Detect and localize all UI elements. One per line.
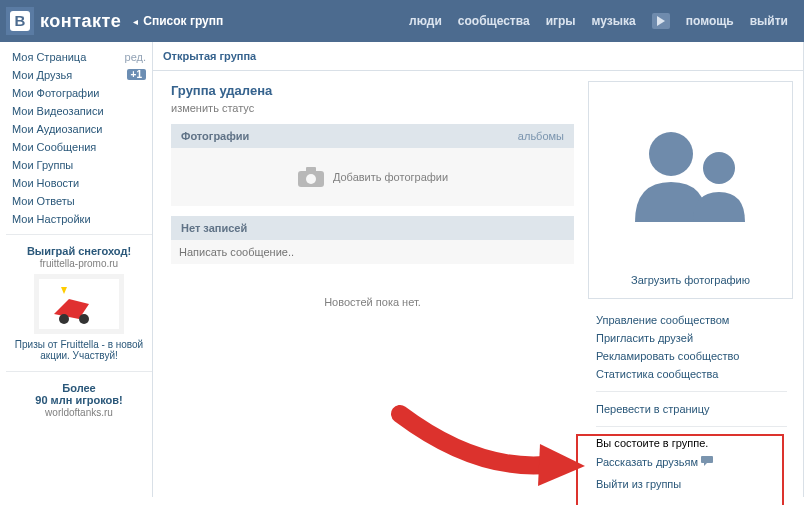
membership-label: Вы состоите в группе. <box>596 435 787 453</box>
nav-people[interactable]: люди <box>409 14 442 28</box>
sidebar-item-photos[interactable]: Мои Фотографии <box>6 84 152 102</box>
sidebar-item-videos[interactable]: Мои Видеозаписи <box>6 102 152 120</box>
sidebar-item-answers[interactable]: Мои Ответы <box>6 192 152 210</box>
tell-friends-link[interactable]: Рассказать друзьям <box>596 453 787 471</box>
vk-logo[interactable]: B <box>6 7 34 35</box>
ad-block-2[interactable]: Более 90 млн игроков! worldoftanks.ru <box>6 378 152 422</box>
group-avatar: Загрузить фотографию <box>588 81 793 299</box>
play-icon[interactable] <box>652 13 670 29</box>
nav-games[interactable]: игры <box>546 14 576 28</box>
add-photos-label: Добавить фотографии <box>333 171 448 183</box>
ad1-domain: fruittella-promo.ru <box>12 258 146 269</box>
convert-to-page-link[interactable]: Перевести в страницу <box>596 400 787 418</box>
post-input[interactable] <box>171 240 574 264</box>
top-bar: B контакте ◂ Список групп люди сообществ… <box>0 0 804 42</box>
sidebar-item-news[interactable]: Мои Новости <box>6 174 152 192</box>
ad2-title: Более <box>12 382 146 394</box>
advertise-link[interactable]: Рекламировать сообщество <box>596 347 787 365</box>
photos-section: Фотографии альбомы Добавить фотографии <box>171 124 574 206</box>
svg-rect-10 <box>701 456 713 463</box>
posts-section: Нет записей <box>171 216 574 264</box>
leave-group-link[interactable]: Выйти из группы <box>596 475 787 493</box>
ad1-text: Призы от Fruittella - в новой акции. Уча… <box>12 339 146 361</box>
svg-point-7 <box>306 174 316 184</box>
back-chevron-icon[interactable]: ◂ <box>133 16 138 27</box>
ad1-image <box>34 274 124 334</box>
sidebar-item-settings[interactable]: Мои Настройки <box>6 210 152 228</box>
upload-photo-link[interactable]: Загрузить фотографию <box>631 264 750 298</box>
speech-bubble-icon <box>701 456 713 466</box>
sidebar-item-mypage[interactable]: Моя Страницаред. <box>6 48 152 66</box>
right-panel: Загрузить фотографию Управление сообщест… <box>588 81 793 497</box>
sidebar-item-messages[interactable]: Мои Сообщения <box>6 138 152 156</box>
nav-logout[interactable]: выйти <box>750 14 788 28</box>
friends-badge: +1 <box>127 69 146 80</box>
ad2-domain: worldoftanks.ru <box>12 407 146 418</box>
page-header: Открытая группа <box>153 42 803 70</box>
sidebar-item-friends[interactable]: Мои Друзья+1 <box>6 66 152 84</box>
sidebar-item-groups[interactable]: Мои Группы <box>6 156 152 174</box>
svg-point-4 <box>79 314 89 324</box>
manage-community-link[interactable]: Управление сообществом <box>596 311 787 329</box>
svg-point-9 <box>703 152 735 184</box>
nav-music[interactable]: музыка <box>592 14 636 28</box>
nav-help[interactable]: помощь <box>686 14 734 28</box>
no-news-label: Новостей пока нет. <box>171 274 574 330</box>
nav-communities[interactable]: сообщества <box>458 14 530 28</box>
sidebar-item-audio[interactable]: Мои Аудиозаписи <box>6 120 152 138</box>
add-photos-button[interactable]: Добавить фотографии <box>171 148 574 206</box>
ad1-title: Выиграй снегоход! <box>12 245 146 257</box>
breadcrumb[interactable]: Список групп <box>143 14 223 28</box>
change-status-link[interactable]: изменить статус <box>171 102 574 114</box>
invite-friends-link[interactable]: Пригласить друзей <box>596 329 787 347</box>
avatar-placeholder-icon <box>589 82 792 264</box>
svg-text:B: B <box>15 12 26 29</box>
stats-link[interactable]: Статистика сообщества <box>596 365 787 383</box>
camera-icon <box>297 166 325 188</box>
posts-heading: Нет записей <box>181 222 247 234</box>
ad-block-1[interactable]: Выиграй снегоход! fruittella-promo.ru Пр… <box>6 241 152 365</box>
svg-point-3 <box>59 314 69 324</box>
brand-text: контакте <box>40 11 121 32</box>
main-column: Открытая группа Группа удалена изменить … <box>152 42 804 497</box>
left-sidebar: Моя Страницаред. Мои Друзья+1 Мои Фотогр… <box>0 42 152 497</box>
svg-point-8 <box>649 132 693 176</box>
photos-heading: Фотографии <box>181 130 249 142</box>
albums-link[interactable]: альбомы <box>518 130 564 142</box>
ad2-subtitle: 90 млн игроков! <box>12 394 146 406</box>
group-title: Группа удалена <box>171 81 574 98</box>
sidebar-edit[interactable]: ред. <box>125 51 146 63</box>
svg-rect-6 <box>306 167 316 172</box>
